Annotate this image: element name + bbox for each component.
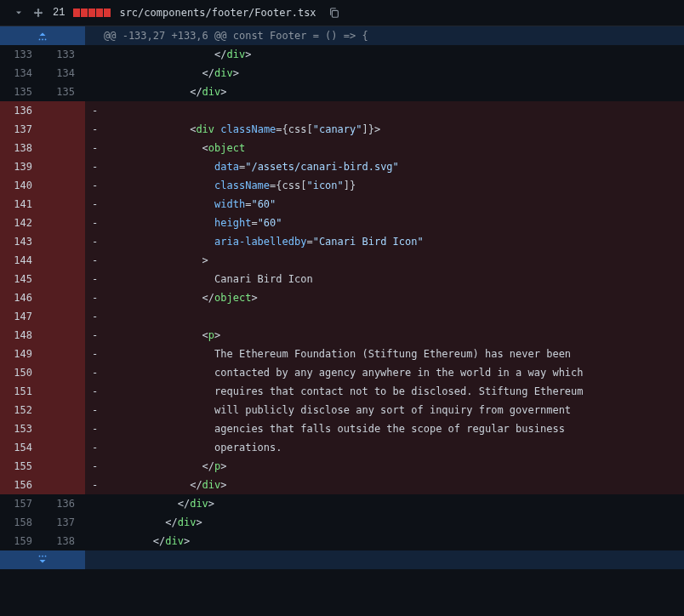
- old-line-number[interactable]: 154: [0, 438, 43, 457]
- old-line-number[interactable]: 156: [0, 476, 43, 494]
- code-content: aria-labelledby="Canari Bird Icon": [104, 232, 684, 251]
- old-line-number[interactable]: 142: [0, 214, 43, 232]
- new-line-number[interactable]: [43, 288, 85, 307]
- svg-point-1: [39, 39, 41, 41]
- diff-line: 149- The Ethereum Foundation (Stiftung E…: [0, 345, 684, 363]
- diff-sign: [85, 64, 104, 83]
- diff-line: 159138 </div>: [0, 532, 684, 550]
- new-line-number[interactable]: [43, 270, 85, 288]
- diff-line: 138- <object: [0, 139, 684, 157]
- diff-panel: 21 src/components/footer/Footer.tsx @@ -…: [0, 0, 684, 569]
- diff-sign: -: [85, 195, 104, 214]
- old-line-number[interactable]: 151: [0, 382, 43, 401]
- new-line-number[interactable]: [43, 176, 85, 195]
- new-line-number[interactable]: [43, 438, 85, 457]
- hunk-text: @@ -133,27 +133,6 @@ const Footer = () =…: [85, 26, 684, 45]
- old-line-number[interactable]: 152: [0, 401, 43, 419]
- new-line-number[interactable]: [43, 307, 85, 326]
- diff-line: 148- <p>: [0, 326, 684, 345]
- code-content: [104, 307, 684, 326]
- expand-down-icon[interactable]: [0, 550, 85, 569]
- code-content: Canari Bird Icon: [104, 270, 684, 288]
- old-line-number[interactable]: 155: [0, 457, 43, 476]
- old-line-number[interactable]: 137: [0, 120, 43, 139]
- new-line-number[interactable]: 137: [43, 513, 85, 532]
- code-content: </div>: [104, 494, 684, 513]
- diff-sign: -: [85, 214, 104, 232]
- file-path[interactable]: src/components/footer/Footer.tsx: [119, 7, 316, 19]
- code-content: contacted by any agency anywhere in the …: [104, 363, 684, 382]
- diff-line: 158137 </div>: [0, 513, 684, 532]
- diff-sign: -: [85, 101, 104, 120]
- diff-line: 141- width="60": [0, 195, 684, 214]
- diff-line: 143- aria-labelledby="Canari Bird Icon": [0, 232, 684, 251]
- new-line-number[interactable]: [43, 195, 85, 214]
- diff-line: 133133 </div>: [0, 45, 684, 64]
- new-line-number[interactable]: [43, 382, 85, 401]
- old-line-number[interactable]: 149: [0, 345, 43, 363]
- old-line-number[interactable]: 148: [0, 326, 43, 345]
- new-line-number[interactable]: [43, 101, 85, 120]
- diff-sign: -: [85, 232, 104, 251]
- old-line-number[interactable]: 133: [0, 45, 43, 64]
- code-content: </object>: [104, 288, 684, 307]
- diff-line: 156- </div>: [0, 476, 684, 494]
- new-line-number[interactable]: [43, 363, 85, 382]
- new-line-number[interactable]: [43, 157, 85, 176]
- old-line-number[interactable]: 143: [0, 232, 43, 251]
- old-line-number[interactable]: 159: [0, 532, 43, 550]
- new-line-number[interactable]: [43, 401, 85, 419]
- diff-sign: -: [85, 139, 104, 157]
- new-line-number[interactable]: [43, 345, 85, 363]
- expand-down-row: [0, 550, 684, 569]
- old-line-number[interactable]: 153: [0, 419, 43, 438]
- code-content: width="60": [104, 195, 684, 214]
- old-line-number[interactable]: 139: [0, 157, 43, 176]
- code-content: >: [104, 251, 684, 270]
- chevron-down-icon[interactable]: [14, 8, 24, 18]
- svg-point-4: [39, 556, 41, 557]
- old-line-number[interactable]: 134: [0, 64, 43, 83]
- copy-icon[interactable]: [328, 7, 340, 19]
- new-line-number[interactable]: 135: [43, 83, 85, 101]
- expand-icon[interactable]: [32, 7, 44, 19]
- new-line-number[interactable]: 136: [43, 494, 85, 513]
- new-line-number[interactable]: 134: [43, 64, 85, 83]
- old-line-number[interactable]: 146: [0, 288, 43, 307]
- old-line-number[interactable]: 150: [0, 363, 43, 382]
- new-line-number[interactable]: [43, 251, 85, 270]
- new-line-number[interactable]: [43, 232, 85, 251]
- diff-line: 152- will publicly disclose any sort of …: [0, 401, 684, 419]
- code-content: agencies that falls outside the scope of…: [104, 419, 684, 438]
- old-line-number[interactable]: 141: [0, 195, 43, 214]
- old-line-number[interactable]: 147: [0, 307, 43, 326]
- old-line-number[interactable]: 144: [0, 251, 43, 270]
- new-line-number[interactable]: [43, 476, 85, 494]
- new-line-number[interactable]: [43, 326, 85, 345]
- diff-sign: -: [85, 326, 104, 345]
- code-content: The Ethereum Foundation (Stiftung Ethere…: [104, 345, 684, 363]
- new-line-number[interactable]: [43, 120, 85, 139]
- diff-line: 137- <div className={css["canary"]}>: [0, 120, 684, 139]
- old-line-number[interactable]: 135: [0, 83, 43, 101]
- old-line-number[interactable]: 136: [0, 101, 43, 120]
- new-line-number[interactable]: [43, 419, 85, 438]
- new-line-number[interactable]: 138: [43, 532, 85, 550]
- diff-line: 142- height="60": [0, 214, 684, 232]
- diff-body: @@ -133,27 +133,6 @@ const Footer = () =…: [0, 26, 684, 569]
- expand-up-icon[interactable]: [0, 26, 85, 45]
- old-line-number[interactable]: 158: [0, 513, 43, 532]
- diff-line: 150- contacted by any agency anywhere in…: [0, 363, 684, 382]
- new-line-number[interactable]: [43, 457, 85, 476]
- new-line-number[interactable]: 133: [43, 45, 85, 64]
- new-line-number[interactable]: [43, 214, 85, 232]
- diff-sign: -: [85, 251, 104, 270]
- old-line-number[interactable]: 140: [0, 176, 43, 195]
- old-line-number[interactable]: 157: [0, 494, 43, 513]
- old-line-number[interactable]: 145: [0, 270, 43, 288]
- diff-sign: -: [85, 307, 104, 326]
- diff-line: 147-: [0, 307, 684, 326]
- svg-point-2: [42, 39, 43, 41]
- new-line-number[interactable]: [43, 139, 85, 157]
- old-line-number[interactable]: 138: [0, 139, 43, 157]
